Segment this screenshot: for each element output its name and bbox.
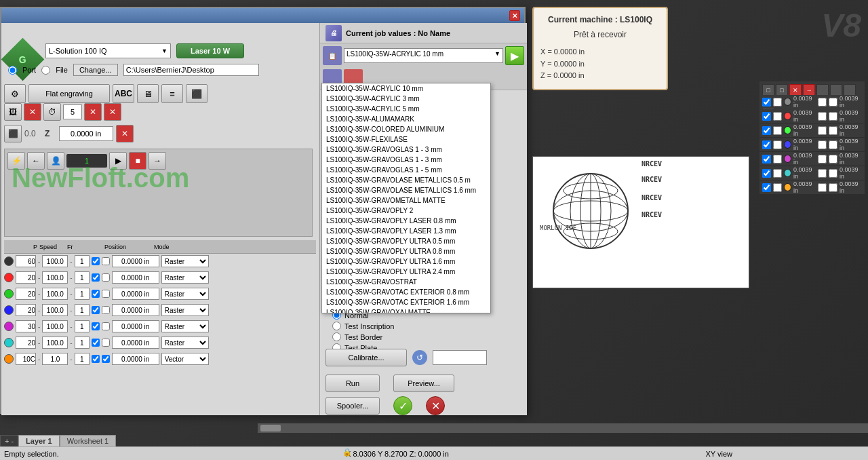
icon-btn-7[interactable]: → [149,152,166,170]
color-check-blue[interactable] [762,140,771,149]
color-check-cyan[interactable] [762,169,771,178]
spooler-button[interactable]: Spooler... [326,397,380,415]
layer-power-4[interactable] [16,304,36,316]
color-check-green[interactable] [762,126,771,135]
color-check-magenta-4[interactable] [829,155,837,164]
layer-mode-7[interactable]: RasterVector [161,353,209,365]
test-border-radio[interactable] [332,332,341,341]
layer-check-2b[interactable] [102,273,110,282]
layer-freq-4[interactable] [75,304,90,316]
test-border-option[interactable]: Test Border [332,332,394,341]
layer-check-6[interactable] [92,339,100,347]
color-check-orange-3[interactable] [818,183,827,192]
dropdown-item-13[interactable]: LS100IQ-35W-GRAVOPLY LASER 0.8 mm [322,216,490,226]
layer-freq-6[interactable] [75,337,90,349]
dropdown-item-10[interactable]: LS100IQ-35W-GRAVOLASE METALLICS 1.6 mm [322,185,490,195]
layer-mode-2[interactable]: RasterVector [161,271,209,284]
color-check-orange-4[interactable] [829,183,837,192]
layer-check-5b[interactable] [102,322,110,330]
layer-power-6[interactable] [16,337,36,349]
change-button[interactable]: Change... [73,64,118,76]
color-check-green-4[interactable] [829,126,837,135]
layer-power-3[interactable] [16,288,36,300]
layer-speed-6[interactable] [42,337,68,349]
color-check-red[interactable] [762,112,771,121]
cancel-button-2[interactable]: ✕ [426,396,445,415]
dropdown-item-8[interactable]: LS100IQ-35W-GRAVOGLAS 1 - 5 mm [322,165,490,175]
icon-btn-5[interactable]: ⬛ [4,125,22,142]
list-btn[interactable]: ≡ [161,84,183,103]
tab-layer1[interactable]: Layer 1 [18,435,60,446]
dropdown-item-21[interactable]: LS100IQ-35W-GRAVOTAC EXTERIOR 1.6 mm [322,297,490,307]
layer-freq-3[interactable] [75,288,90,300]
test-inscription-option[interactable]: Test Inscription [332,322,394,330]
timer-btn[interactable]: ⏱ [43,103,61,121]
run-button[interactable]: Run [326,375,380,392]
layer-check-2[interactable] [92,273,100,282]
layer-check-6b[interactable] [102,339,110,347]
layer-pos-4[interactable] [112,304,159,316]
color-check-blue-3[interactable] [818,140,827,149]
icon-btn-3[interactable]: ✕ [84,103,102,121]
layer-power-2[interactable] [16,271,36,284]
path-field[interactable] [123,64,259,76]
play-btn[interactable]: ▶ [109,152,127,170]
color-check-gray-2[interactable] [773,98,782,107]
dropdown-item-17[interactable]: LS100IQ-35W-GRAVOPLY ULTRA 1.6 mm [322,256,490,267]
dropdown-item-7[interactable]: LS100IQ-35W-GRAVOGLAS 1 - 3 mm [322,155,490,165]
layer-check-3[interactable] [92,290,100,298]
color-check-cyan-2[interactable] [773,169,782,178]
monitor-btn[interactable]: 🖥 [137,84,159,103]
color-check-magenta[interactable] [762,155,771,164]
icon-btn-6[interactable]: ✕ [116,125,134,142]
layer-freq-7[interactable] [75,353,90,365]
scroll-thumb[interactable] [260,425,281,432]
color-check-orange-2[interactable] [773,183,782,192]
layer-pos-1[interactable] [112,255,159,267]
preview-button[interactable]: Preview... [393,375,454,392]
dropdown-item-3[interactable]: LS100IQ-35W-ALUMAMARK [322,114,490,124]
color-check-blue-4[interactable] [829,140,837,149]
person-icon[interactable]: 👤 [47,152,64,170]
number-input[interactable] [63,104,82,119]
layer-power-1[interactable] [16,255,36,267]
dropdown-item-9[interactable]: LS100IQ-35W-GRAVOLASE METALLICS 0.5 m [322,175,490,185]
layer-pos-7[interactable] [112,353,159,365]
dropdown-item-14[interactable]: LS100IQ-35W-GRAVOPLY LASER 1.3 mm [322,226,490,236]
layer-check-5[interactable] [92,322,100,330]
dropdown-item-19[interactable]: LS100IQ-35W-GRAVOSTRAT [322,277,490,287]
close-button[interactable]: ✕ [509,10,520,21]
dropdown-item-1[interactable]: LS100IQ-35W-ACRYLIC 3 mm [322,94,490,104]
layer-power-7[interactable] [16,353,36,365]
solution-select[interactable]: L-Solution 100 IQ ▼ [45,43,171,58]
layer-pos-2[interactable] [112,271,159,284]
icon-btn-1[interactable]: 🖼 [4,103,22,121]
dropdown-item-4[interactable]: LS100IQ-35W-COLORED ALUMINIUM [322,124,490,134]
tool-btn-1[interactable]: ⚙ [4,84,26,103]
layer-pos-5[interactable] [112,320,159,332]
layer-pos-6[interactable] [112,337,159,349]
layer-mode-3[interactable]: RasterVector [161,288,209,300]
dropdown-item-5[interactable]: LS100IQ-35W-FLEXILASE [322,134,490,145]
color-check-magenta-2[interactable] [773,155,782,164]
layer-check-4[interactable] [92,306,100,314]
icon-btn-4[interactable]: ✕ [104,103,121,121]
dropdown-item-20[interactable]: LS100IQ-35W-GRAVOTAC EXTERIOR 0.8 mm [322,287,490,297]
dropdown-item-0[interactable]: LS100IQ-35W-ACRYLIC 10 mm [322,83,490,94]
color-check-orange[interactable] [762,183,771,192]
color-check-green-3[interactable] [818,126,827,135]
layer-check-7b[interactable] [102,355,110,363]
tab-add[interactable]: + - [0,435,18,446]
layer-check-1[interactable] [92,257,100,265]
refresh-icon[interactable]: ↺ [412,350,427,365]
port-radio[interactable] [8,66,17,75]
color-check-gray[interactable] [762,98,771,107]
layer-freq-5[interactable] [75,320,90,332]
layer-power-5[interactable] [16,320,36,332]
go-button[interactable]: ▶ [505,46,524,65]
dropdown-item-18[interactable]: LS100IQ-35W-GRAVOPLY ULTRA 2.4 mm [322,267,490,277]
layer-check-3b[interactable] [102,290,110,298]
color-check-gray-3[interactable] [818,98,827,107]
layer-freq-2[interactable] [75,271,90,284]
layer-speed-3[interactable] [42,288,68,300]
